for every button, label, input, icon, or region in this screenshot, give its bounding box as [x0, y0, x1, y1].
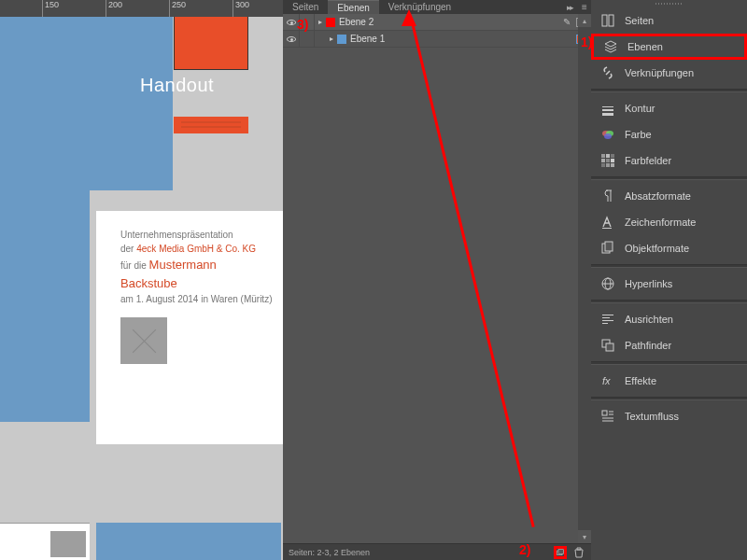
panel-scrollbar[interactable]: ▴ ▾: [578, 14, 591, 543]
page-spread-right[interactable]: Unternehmenspräsentation der 4eck Media …: [96, 211, 283, 444]
panel-item-pathfinder[interactable]: Pathfinder: [591, 332, 747, 358]
panel-item-ausrichten[interactable]: Ausrichten: [591, 306, 747, 332]
svg-text:fx: fx: [602, 375, 611, 386]
svg-rect-2: [602, 15, 607, 26]
svg-rect-14: [606, 159, 610, 162]
disclosure-triangle[interactable]: ▸: [315, 18, 326, 26]
panel-footer: Seiten: 2-3, 2 Ebenen: [283, 543, 591, 560]
layer-name-label[interactable]: Ebene 2: [339, 17, 557, 27]
page-spread-left[interactable]: [0, 190, 90, 422]
panel-item-farbe[interactable]: Farbe: [591, 121, 747, 147]
disclosure-triangle[interactable]: ▸: [326, 35, 337, 43]
svg-rect-27: [602, 320, 613, 321]
panel-item-textumfluss[interactable]: Textumfluss: [591, 403, 747, 429]
panel-divider: [591, 176, 747, 180]
panel-item-hyperlinks[interactable]: Hyperlinks: [591, 271, 747, 297]
pres-line4: am 1. August 2014 in Waren (Müritz): [120, 292, 274, 306]
scroll-down-arrow[interactable]: ▾: [578, 530, 591, 543]
page-spread-top[interactable]: [0, 17, 173, 190]
svg-rect-30: [606, 343, 613, 351]
panel-item-label: Zeichenformate: [625, 217, 696, 228]
image-placeholder-small: [50, 531, 86, 557]
page-bottom-right[interactable]: [96, 523, 281, 560]
zeichen-icon: [600, 215, 615, 230]
panel-drag-handle[interactable]: [591, 0, 747, 7]
panel-item-farbfelder[interactable]: Farbfelder: [591, 147, 747, 174]
annotation-arrow-head: [402, 9, 416, 26]
svg-rect-17: [606, 163, 610, 167]
panel-item-verknupf[interactable]: Verknüpfungen: [591, 60, 747, 86]
absatz-icon: [600, 189, 615, 203]
panel-item-label: Seiten: [625, 15, 654, 26]
delete-layer-button[interactable]: [572, 546, 585, 559]
panel-item-zeichen[interactable]: Zeichenformate: [591, 209, 747, 235]
hyperlinks-icon: [600, 276, 615, 291]
ausrichten-icon: [600, 312, 615, 327]
panel-tab-bar: Seiten Ebenen Verknüpfungen ▸▸ ≡: [283, 0, 591, 14]
image-placeholder[interactable]: [120, 317, 167, 364]
scroll-up-arrow[interactable]: ▴: [578, 14, 591, 27]
handout-heading[interactable]: Handout: [140, 75, 214, 96]
tab-verknupfungen[interactable]: Verknüpfungen: [379, 0, 460, 14]
panel-item-label: Textumfluss: [625, 411, 679, 422]
layer-color-swatch: [326, 18, 335, 27]
panel-item-label: Kontur: [625, 103, 655, 114]
annotation-label-2: 2): [519, 542, 530, 557]
panel-menu-icon[interactable]: ≡: [578, 2, 591, 12]
panel-item-kontur[interactable]: Kontur: [591, 95, 747, 121]
objekt-icon: [600, 241, 615, 256]
layer-list: ▸ Ebene 2 ✎ ▸ Ebene 1: [283, 14, 591, 48]
svg-rect-12: [611, 154, 614, 158]
svg-rect-4: [602, 106, 613, 107]
ebenen-icon: [603, 39, 618, 54]
new-layer-button[interactable]: [554, 546, 567, 559]
panel-collapse-icon[interactable]: ▸▸: [567, 3, 578, 12]
panel-item-label: Pathfinder: [625, 340, 671, 351]
farbe-icon: [600, 127, 615, 142]
panel-item-absatz[interactable]: Absatzformate: [591, 183, 747, 209]
svg-rect-16: [601, 163, 605, 167]
panel-item-label: Hyperlinks: [625, 278, 672, 289]
panel-divider: [591, 361, 747, 365]
svg-rect-3: [609, 15, 613, 26]
layer-row[interactable]: ▸ Ebene 2 ✎: [283, 14, 591, 31]
layer-row[interactable]: ▸ Ebene 1: [283, 31, 591, 48]
page-bottom-left[interactable]: [0, 523, 90, 560]
panel-item-label: Farbe: [625, 129, 652, 140]
svg-rect-19: [602, 228, 612, 229]
lock-toggle[interactable]: [300, 31, 315, 47]
textumfluss-icon: [600, 409, 615, 424]
svg-rect-21: [605, 242, 613, 251]
orange-rectangle[interactable]: [174, 17, 248, 70]
panel-item-effekte[interactable]: fxEffekte: [591, 368, 747, 394]
farbfelder-icon: [600, 153, 615, 168]
orange-lines-box[interactable]: [174, 117, 248, 133]
panel-item-objekt[interactable]: Objektformate: [591, 235, 747, 261]
panel-divider: [591, 397, 747, 400]
panel-divider: [591, 89, 747, 92]
svg-rect-18: [611, 163, 614, 167]
layer-color-swatch: [337, 35, 346, 44]
svg-rect-10: [601, 154, 605, 158]
annotation-label-1: 1): [581, 35, 592, 49]
layer-name-label[interactable]: Ebene 1: [350, 34, 576, 44]
bottom-page-area: [0, 504, 283, 560]
document-canvas[interactable]: Handout Unternehmenspräsentation der 4ec…: [0, 17, 283, 560]
svg-rect-11: [606, 154, 610, 158]
panel-item-seiten[interactable]: Seiten: [591, 7, 747, 34]
presentation-text-block[interactable]: Unternehmenspräsentation der 4eck Media …: [120, 228, 274, 306]
panel-item-ebenen[interactable]: Ebenen: [591, 34, 747, 60]
svg-rect-28: [602, 323, 608, 324]
panel-item-label: Verknüpfungen: [625, 67, 694, 78]
pres-line2: der 4eck Media GmbH & Co. KG: [120, 242, 274, 256]
ruler-mark: 300: [233, 0, 249, 17]
horizontal-ruler: 150 200 250 300 350: [0, 0, 283, 17]
tab-ebenen[interactable]: Ebenen: [328, 0, 378, 14]
eye-icon: [287, 20, 296, 25]
panel-item-label: Farbfelder: [625, 155, 671, 166]
tab-seiten[interactable]: Seiten: [283, 0, 328, 14]
visibility-toggle[interactable]: [283, 31, 300, 47]
panel-divider: [591, 264, 747, 268]
effekte-icon: fx: [600, 373, 615, 388]
panel-item-label: Ausrichten: [625, 314, 673, 325]
